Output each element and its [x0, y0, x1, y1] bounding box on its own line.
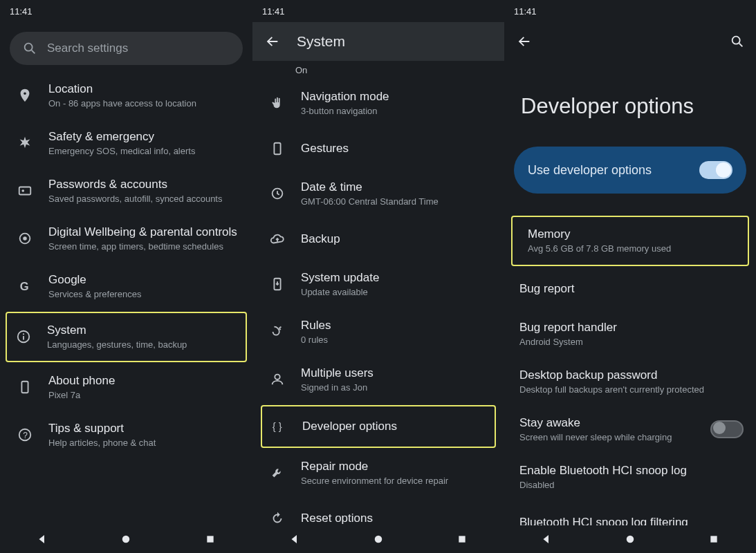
nav-bar: [504, 525, 756, 553]
key-icon: [17, 182, 33, 199]
settings-item-wellbeing[interactable]: Digital Wellbeing & parental controls Sc…: [0, 215, 252, 263]
item-sub: Desktop full backups aren't currently pr…: [519, 384, 744, 396]
nav-home[interactable]: [623, 532, 638, 547]
item-developer-options[interactable]: { } Developer options: [261, 405, 496, 448]
developer-options-screen: 11:41 Developer options Use developer op…: [504, 0, 756, 553]
item-title: Gestures: [301, 141, 492, 156]
cut-label: On: [252, 61, 504, 79]
settings-item-about[interactable]: About phone Pixel 7a: [0, 364, 252, 411]
item-title: Navigation mode: [301, 89, 492, 104]
item-sub: GMT-06:00 Central Standard Time: [301, 196, 492, 208]
item-reset-options[interactable]: Reset options: [252, 497, 504, 525]
nav-home[interactable]: [371, 532, 386, 547]
search-button[interactable]: [730, 34, 745, 49]
clock-icon: [269, 185, 286, 202]
use-dev-options-toggle[interactable]: Use developer options: [514, 147, 746, 194]
item-title: Location: [48, 82, 240, 97]
item-navigation-mode[interactable]: Navigation mode 3-button navigation: [252, 79, 504, 127]
hand-icon: [269, 95, 286, 111]
info-icon: [15, 328, 32, 345]
settings-item-google[interactable]: G Google Services & preferences: [0, 263, 252, 310]
wrench-icon: [269, 465, 286, 481]
item-desktop-backup-password[interactable]: Desktop backup password Desktop full bac…: [504, 358, 756, 406]
item-backup[interactable]: Backup: [252, 218, 504, 261]
item-sub: Emergency SOS, medical info, alerts: [48, 146, 240, 158]
item-title: Developer options: [302, 419, 489, 434]
svg-rect-23: [274, 143, 280, 155]
settings-item-safety[interactable]: Safety & emergency Emergency SOS, medica…: [0, 120, 252, 167]
settings-item-tips[interactable]: ? Tips & support Help articles, phone & …: [0, 411, 252, 459]
item-bt-hci-filter[interactable]: Bluetooth HCI snoop log filtering: [504, 501, 756, 525]
phone-icon: [17, 379, 33, 395]
item-rules[interactable]: Rules 0 rules: [252, 308, 504, 356]
rules-icon: [269, 324, 286, 340]
status-bar: 11:41: [252, 0, 504, 22]
clock: 11:41: [514, 6, 537, 17]
item-sub: Languages, gestures, time, backup: [47, 339, 240, 351]
item-title: Desktop backup password: [519, 368, 744, 383]
svg-point-17: [122, 536, 130, 543]
item-multiple-users[interactable]: Multiple users Signed in as Jon: [252, 356, 504, 404]
item-title: Stay awake: [519, 415, 695, 431]
settings-list: Location On - 86 apps have access to loc…: [0, 72, 252, 525]
item-title: Enable Bluetooth HCI snoop log: [519, 463, 744, 478]
item-bt-hci-log[interactable]: Enable Bluetooth HCI snoop log Disabled: [504, 453, 756, 501]
back-button[interactable]: [264, 34, 282, 49]
nav-back[interactable]: [287, 532, 302, 547]
clock: 11:41: [262, 6, 285, 17]
settings-item-system[interactable]: System Languages, gestures, time, backup: [6, 312, 247, 362]
dev-header: [504, 22, 756, 61]
nav-recents[interactable]: [203, 532, 218, 547]
item-sub: Screen will never sleep while charging: [519, 432, 695, 444]
item-stay-awake[interactable]: Stay awake Screen will never sleep while…: [504, 406, 756, 453]
gesture-icon: [269, 140, 286, 157]
item-sub: On - 86 apps have access to location: [48, 98, 240, 110]
user-icon: [269, 371, 286, 388]
item-system-update[interactable]: System update Update available: [252, 261, 504, 308]
settings-item-location[interactable]: Location On - 86 apps have access to loc…: [0, 72, 252, 120]
item-title: Multiple users: [301, 366, 492, 381]
page-title: Developer options: [504, 61, 756, 147]
braces-icon: { }: [270, 418, 287, 435]
nav-back[interactable]: [35, 532, 50, 547]
item-repair-mode[interactable]: Repair mode Secure environment for devic…: [252, 449, 504, 497]
nav-bar: [252, 525, 504, 553]
item-title: System: [47, 323, 240, 338]
system-screen: 11:41 System On Navigation mode 3-button…: [252, 0, 504, 553]
svg-point-9: [23, 237, 27, 241]
item-bug-report[interactable]: Bug report: [504, 268, 756, 310]
item-title: Repair mode: [301, 459, 492, 474]
svg-line-5: [32, 50, 35, 54]
svg-point-7: [21, 190, 24, 193]
item-bug-report-handler[interactable]: Bug report handler Android System: [504, 310, 756, 358]
location-icon: [17, 87, 33, 104]
status-bar: 11:41: [504, 0, 756, 22]
svg-point-36: [627, 536, 634, 543]
nav-home[interactable]: [118, 532, 133, 547]
svg-point-34: [732, 37, 740, 44]
item-sub: Signed in as Jon: [301, 382, 492, 394]
item-title: Memory: [528, 227, 742, 242]
search-settings-bar[interactable]: Search settings: [10, 32, 243, 65]
toggle-switch-off[interactable]: [710, 420, 744, 438]
back-button[interactable]: [515, 34, 533, 49]
wellbeing-icon: [17, 230, 33, 247]
item-sub: 0 rules: [301, 335, 492, 346]
item-gestures[interactable]: Gestures: [252, 127, 504, 170]
nav-recents[interactable]: [454, 532, 470, 547]
svg-point-4: [25, 44, 33, 51]
svg-rect-37: [711, 536, 717, 542]
asterisk-icon: [17, 135, 33, 151]
settings-item-passwords[interactable]: Passwords & accounts Saved passwords, au…: [0, 167, 252, 215]
item-date-time[interactable]: Date & time GMT-06:00 Central Standard T…: [252, 170, 504, 218]
status-bar: 11:41: [0, 0, 252, 22]
search-placeholder: Search settings: [47, 41, 128, 55]
item-title: Date & time: [301, 180, 492, 195]
nav-recents[interactable]: [706, 532, 721, 547]
item-sub: Android System: [519, 337, 744, 348]
svg-text:G: G: [20, 280, 29, 292]
item-memory[interactable]: Memory Avg 5.6 GB of 7.8 GB memory used: [511, 216, 749, 266]
nav-back[interactable]: [539, 532, 554, 547]
nav-bar: [0, 525, 252, 553]
toggle-switch-on[interactable]: [699, 161, 732, 179]
